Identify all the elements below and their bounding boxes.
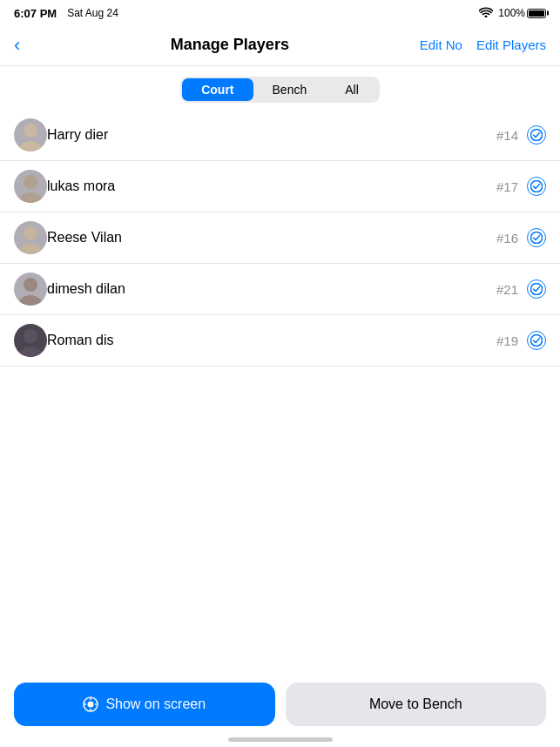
move-to-bench-button[interactable]: Move to Bench: [286, 683, 547, 726]
home-indicator: [228, 737, 333, 742]
status-right: 100%: [479, 7, 546, 20]
svg-point-19: [84, 703, 86, 705]
player-check[interactable]: [527, 279, 546, 299]
player-number: #21: [496, 282, 518, 297]
table-row[interactable]: lukas mora #17: [0, 161, 560, 212]
player-check[interactable]: [527, 331, 546, 350]
status-left: 6:07 PM Sat Aug 24: [14, 7, 118, 20]
svg-point-9: [24, 278, 37, 292]
segment-control: Court Bench All: [180, 77, 380, 103]
nav-actions: Edit No Edit Players: [420, 37, 546, 52]
avatar: [14, 170, 47, 203]
table-row[interactable]: dimesh dilan #21: [0, 264, 560, 315]
svg-point-14: [531, 335, 543, 347]
svg-point-10: [18, 295, 43, 306]
svg-point-16: [88, 702, 94, 708]
status-time: 6:07 PM: [14, 7, 57, 20]
avatar: [14, 118, 47, 151]
avatar: [14, 324, 47, 357]
player-check[interactable]: [527, 177, 546, 196]
segment-container: Court Bench All: [0, 66, 560, 110]
player-name: Roman dis: [47, 333, 496, 348]
edit-no-button[interactable]: Edit No: [420, 37, 462, 52]
svg-point-20: [95, 703, 97, 705]
player-list: Harry dier #14 lukas mora #17: [0, 110, 560, 367]
show-label: Show on screen: [105, 697, 206, 712]
player-check[interactable]: [527, 125, 546, 145]
player-name: Harry dier: [47, 127, 496, 143]
show-icon: [83, 697, 98, 712]
edit-players-button[interactable]: Edit Players: [476, 37, 546, 52]
svg-point-18: [90, 709, 91, 710]
battery-percent: 100%: [498, 7, 525, 19]
wifi-icon: [479, 7, 493, 20]
player-name: lukas mora: [47, 178, 496, 194]
svg-point-4: [18, 192, 43, 203]
svg-point-3: [24, 175, 37, 189]
table-row[interactable]: Harry dier #14: [0, 110, 560, 161]
svg-point-1: [18, 141, 43, 151]
svg-point-0: [24, 124, 37, 138]
player-name: Reese Vilan: [47, 230, 496, 246]
table-row[interactable]: Reese Vilan #16: [0, 212, 560, 264]
svg-point-5: [531, 181, 543, 192]
status-date: Sat Aug 24: [67, 7, 118, 19]
tab-bench[interactable]: Bench: [253, 78, 327, 101]
tab-all[interactable]: All: [326, 78, 378, 101]
player-number: #17: [496, 179, 518, 194]
tab-court[interactable]: Court: [182, 78, 253, 101]
player-name: dimesh dilan: [47, 281, 496, 297]
status-bar: 6:07 PM Sat Aug 24 100%: [0, 0, 560, 24]
player-number: #14: [496, 128, 518, 143]
svg-point-11: [531, 284, 543, 295]
svg-point-8: [531, 232, 543, 244]
avatar: [14, 221, 47, 254]
battery-indicator: 100%: [498, 7, 546, 19]
table-row[interactable]: Roman dis #19: [0, 315, 560, 367]
avatar: [14, 273, 47, 306]
svg-point-2: [531, 130, 543, 141]
player-check[interactable]: [527, 228, 546, 247]
back-button[interactable]: ‹: [14, 34, 40, 57]
svg-point-6: [24, 226, 37, 240]
battery-fill: [529, 10, 544, 17]
svg-point-17: [90, 698, 91, 700]
svg-point-7: [18, 244, 43, 254]
svg-point-12: [24, 329, 37, 343]
player-number: #16: [496, 231, 518, 246]
battery-bar: [527, 9, 546, 18]
svg-point-13: [18, 347, 43, 357]
page-title: Manage Players: [171, 36, 289, 54]
nav-bar: ‹ Manage Players Edit No Edit Players: [0, 24, 560, 66]
show-on-screen-button[interactable]: Show on screen: [14, 683, 275, 726]
bottom-bar: Show on screen Move to Bench: [0, 683, 560, 726]
player-number: #19: [496, 333, 518, 348]
